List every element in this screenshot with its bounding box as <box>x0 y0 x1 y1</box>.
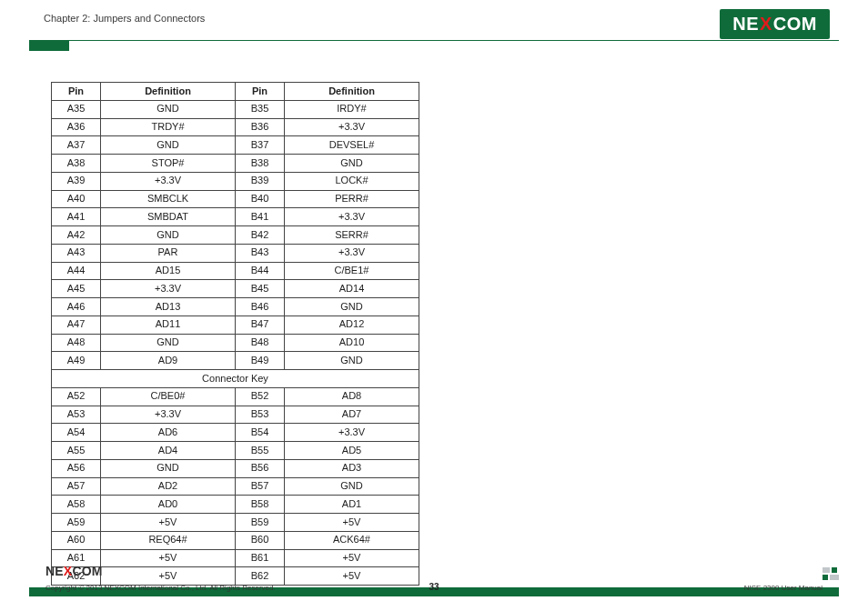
cell-def-a: +5V <box>101 549 236 567</box>
cell-pin-a: A47 <box>52 316 101 334</box>
cell-pin-b: B37 <box>236 136 285 155</box>
cell-def-b: +5V <box>285 549 419 567</box>
table-row: A49AD9B49GND <box>52 352 419 370</box>
cell-def-b: AD14 <box>285 280 419 298</box>
cell-pin-b: B62 <box>236 567 285 586</box>
cell-def-b: GND <box>285 298 419 316</box>
cell-pin-b: B57 <box>236 477 285 496</box>
cell-pin-b: B47 <box>236 316 285 334</box>
table-row: A37GNDB37DEVSEL# <box>52 136 419 155</box>
cell-def-b: AD8 <box>285 387 419 406</box>
cell-pin-b: B52 <box>236 387 285 406</box>
logo-text-left: NE <box>732 14 759 34</box>
cell-pin-b: B38 <box>236 155 285 173</box>
cell-def-a: GND <box>101 334 236 352</box>
header-accent-block <box>29 40 69 51</box>
cell-pin-a: A39 <box>52 172 101 190</box>
cell-def-b: DEVSEL# <box>285 136 419 155</box>
copyright-text: Copyright © 2013 NEXCOM International Co… <box>45 584 276 592</box>
table-row: A48GNDB48AD10 <box>52 334 419 352</box>
cell-def-b: LOCK# <box>285 172 419 190</box>
table-row: A45+3.3VB45AD14 <box>52 280 419 298</box>
col-header-def-b: Definition <box>285 83 419 101</box>
cell-def-a: AD4 <box>101 442 236 460</box>
table-row: A57AD2B57GND <box>52 477 419 496</box>
cell-pin-b: B60 <box>236 531 285 549</box>
table-row: A44AD15B44C/BE1# <box>52 262 419 280</box>
table-row: A62+5VB62+5V <box>52 567 419 586</box>
cell-def-a: GND <box>101 226 236 245</box>
cell-def-b: +3.3V <box>285 118 419 136</box>
page-footer: NEXCOM Copyright © 2013 NEXCOM Internati… <box>29 587 839 596</box>
table-row: A36TRDY#B36+3.3V <box>52 118 419 136</box>
cell-pin-b: B54 <box>236 424 285 442</box>
cell-pin-a: A56 <box>52 459 101 477</box>
manual-name: NISE 2300 User Manual <box>744 584 823 592</box>
cell-pin-a: A54 <box>52 424 101 442</box>
cell-def-a: SMBCLK <box>101 190 236 208</box>
cell-def-a: AD6 <box>101 424 236 442</box>
cell-pin-b: B44 <box>236 262 285 280</box>
cell-pin-a: A43 <box>52 244 101 262</box>
cell-pin-a: A37 <box>52 136 101 155</box>
cell-pin-b: B35 <box>236 100 285 118</box>
cell-pin-a: A60 <box>52 531 101 549</box>
cell-pin-b: B43 <box>236 244 285 262</box>
page-header: Chapter 2: Jumpers and Connectors NEXCOM <box>0 0 868 58</box>
chapter-title: Chapter 2: Jumpers and Connectors <box>44 13 205 24</box>
footer-decoration-icon <box>823 567 839 580</box>
table-row: A54AD6B54+3.3V <box>52 424 419 442</box>
cell-def-a: AD11 <box>101 316 236 334</box>
cell-pin-b: B41 <box>236 208 285 226</box>
logo-text-x: X <box>759 14 773 34</box>
cell-def-b: AD5 <box>285 442 419 460</box>
page-number: 33 <box>429 582 439 592</box>
cell-def-b: C/BE1# <box>285 262 419 280</box>
cell-def-a: +3.3V <box>101 280 236 298</box>
header-rule <box>29 40 839 41</box>
cell-pin-a: A49 <box>52 352 101 370</box>
table-row: A39+3.3VB39LOCK# <box>52 172 419 190</box>
cell-def-a: STOP# <box>101 155 236 173</box>
cell-pin-b: B49 <box>236 352 285 370</box>
cell-def-a: C/BE0# <box>101 387 236 406</box>
cell-def-a: AD2 <box>101 477 236 496</box>
cell-def-b: PERR# <box>285 190 419 208</box>
cell-def-a: AD9 <box>101 352 236 370</box>
cell-def-a: AD13 <box>101 298 236 316</box>
cell-def-a: PAR <box>101 244 236 262</box>
cell-def-b: AD12 <box>285 316 419 334</box>
cell-def-b: SERR# <box>285 226 419 245</box>
cell-pin-b: B56 <box>236 459 285 477</box>
table-row: A60REQ64#B60ACK64# <box>52 531 419 549</box>
cell-pin-b: B42 <box>236 226 285 245</box>
cell-pin-b: B39 <box>236 172 285 190</box>
cell-def-b: GND <box>285 155 419 173</box>
col-header-pin-a: Pin <box>52 83 101 101</box>
cell-def-b: +5V <box>285 567 419 586</box>
cell-pin-a: A42 <box>52 226 101 245</box>
table-row: A35GNDB35IRDY# <box>52 100 419 118</box>
cell-def-a: GND <box>101 100 236 118</box>
cell-pin-a: A46 <box>52 298 101 316</box>
table-row: A40SMBCLKB40PERR# <box>52 190 419 208</box>
table-row: A55AD4B55AD5 <box>52 442 419 460</box>
pin-definition-table-wrap: Pin Definition Pin Definition A35GNDB35I… <box>51 82 419 586</box>
cell-pin-b: B40 <box>236 190 285 208</box>
table-row: A53+3.3VB53AD7 <box>52 406 419 424</box>
cell-def-b: IRDY# <box>285 100 419 118</box>
cell-def-a: SMBDAT <box>101 208 236 226</box>
cell-pin-b: B55 <box>236 442 285 460</box>
col-header-def-a: Definition <box>101 83 236 101</box>
cell-pin-b: B59 <box>236 514 285 532</box>
cell-pin-a: A52 <box>52 387 101 406</box>
cell-def-b: +3.3V <box>285 244 419 262</box>
table-row: A58AD0B58AD1 <box>52 496 419 514</box>
pin-definition-table: Pin Definition Pin Definition A35GNDB35I… <box>51 82 419 586</box>
table-row: A56GNDB56AD3 <box>52 459 419 477</box>
table-row: A52C/BE0#B52AD8 <box>52 387 419 406</box>
cell-pin-a: A38 <box>52 155 101 173</box>
cell-pin-b: B48 <box>236 334 285 352</box>
cell-def-b: +3.3V <box>285 208 419 226</box>
logo-text-right: COM <box>773 14 817 34</box>
